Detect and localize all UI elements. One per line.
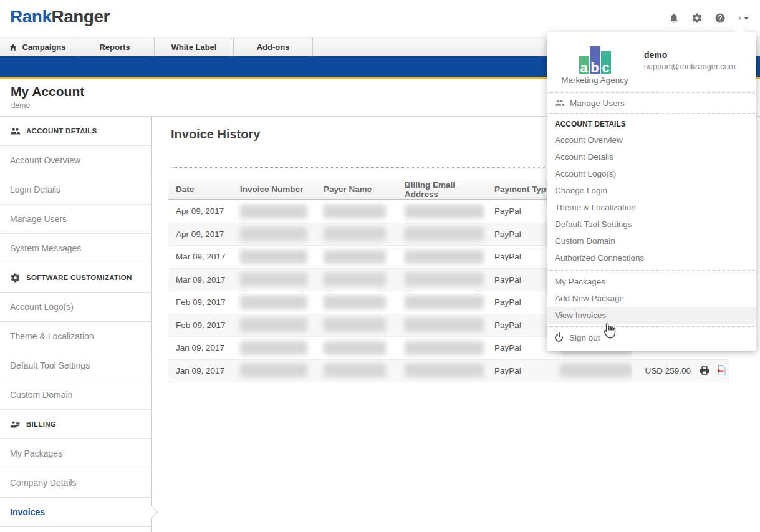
tab-campaigns[interactable]: Campaigns [0,38,75,56]
redacted-value [324,364,386,377]
pdf-icon[interactable] [715,365,727,377]
menu-item-sign-out[interactable]: Sign out [547,327,756,348]
menu-item-change-login[interactable]: Change Login [547,182,756,199]
printer-icon[interactable] [698,365,710,377]
home-icon [9,43,17,52]
dropdown-notch [734,26,746,32]
tab-reports[interactable]: Reports [75,38,155,56]
cell-billing-email [397,314,487,337]
sidebar-item-default-tool-settings[interactable]: Default Tool Settings [0,351,151,380]
sidebar-item-theme-localization[interactable]: Theme & Localization [0,322,151,351]
logo-part-ranger: Ranger [51,7,109,26]
menu-item-account-logos[interactable]: Account Logo(s) [547,165,756,182]
sidebar-item-label: Default Tool Settings [10,360,90,370]
sidebar-item-label: Account Overview [10,155,80,165]
redacted-value [324,250,386,264]
redacted-value [240,296,307,309]
sidebar-item-my-packages[interactable]: My Packages [0,439,151,468]
tab-add-ons[interactable]: Add-ons [234,38,313,56]
users-icon [10,126,21,137]
sidebar-item-invoices[interactable]: Invoices [0,498,151,527]
cell-billing-email [397,223,487,246]
cell-payment-type: PayPal [487,223,552,246]
redacted-value [324,205,386,218]
bell-icon[interactable] [668,12,680,24]
menu-item-my-packages[interactable]: My Packages [547,273,756,290]
cell-payer-name [316,337,397,359]
page-title: My Account [11,84,84,99]
redacted-value [405,205,484,218]
redacted-value [240,318,307,332]
cell-billing-email [397,291,487,314]
account-email: support@rankranger.com [644,62,736,71]
top-icon-group [668,12,749,24]
menu-item-theme-localization[interactable]: Theme & Localization [547,199,756,216]
user-dropdown-menu: a b c Marketing Agency demo support@rank… [547,32,756,351]
redacted-value [324,296,386,309]
cell-date: Apr 09, 2017 [168,200,233,223]
dropdown-packages-group: My Packages Add New Package View Invoice… [547,270,756,326]
sidebar-item-label: My Packages [10,448,62,458]
menu-item-add-new-package[interactable]: Add New Package [547,290,756,307]
gear-icon[interactable] [691,12,703,24]
tab-label: Campaigns [22,42,65,52]
redacted-value [560,364,632,377]
menu-item-custom-domain[interactable]: Custom Domain [547,233,756,249]
redacted-value [324,318,386,332]
logo-part-rank: Rank [10,7,51,26]
menu-item-default-tool-settings[interactable]: Default Tool Settings [547,216,756,233]
redacted-value [240,341,307,355]
sidebar-item-label: System Messages [10,243,81,253]
redacted-value [324,227,386,241]
cell-payment-type: PayPal [487,314,552,337]
cell-billing-email [397,337,487,359]
cell-date: Feb 09, 2017 [168,291,233,314]
cell-billing-email [397,246,487,268]
col-header-payment-type[interactable]: Payment Type [487,180,552,199]
col-header-date[interactable]: Date [168,180,233,199]
sidebar-item-system-messages[interactable]: System Messages [0,234,151,263]
cell-payer-name [316,223,397,246]
sidebar-item-account-overview[interactable]: Account Overview [0,146,151,175]
sidebar-item-manage-users[interactable]: Manage Users [0,205,151,234]
col-header-invoice-number[interactable]: Invoice Number [233,180,316,199]
sidebar-item-label: Login Details [10,185,60,195]
cell-payment-type: PayPal [487,291,552,314]
menu-item-manage-users[interactable]: Manage Users [547,93,756,113]
cell-date: Jan 09, 2017 [168,337,233,359]
redacted-value [240,273,307,286]
sidebar-item-company-details[interactable]: Company Details [0,468,151,498]
sidebar-section-label: BILLING [26,420,56,428]
cell-billing-email [397,269,487,291]
top-bar: RankRanger [0,0,760,37]
cell-payment-type: PayPal [487,337,552,359]
sidebar-item-account-logos[interactable]: Account Logo(s) [0,293,151,322]
cell-date: Jan 09, 2017 [168,360,233,382]
sidebar-section-account-details: ACCOUNT DETAILS [0,117,151,146]
redacted-value [405,341,484,355]
col-header-payer-name[interactable]: Payer Name [316,180,397,199]
help-icon[interactable] [714,12,726,24]
menu-item-view-invoices[interactable]: View Invoices [547,307,756,324]
dropdown-account-block: a b c Marketing Agency demo support@rank… [547,32,756,92]
rankranger-logo[interactable]: RankRanger [10,7,110,27]
menu-item-account-details[interactable]: Account Details [547,148,756,165]
tab-label: White Label [171,42,217,52]
sidebar-item-custom-domain[interactable]: Custom Domain [0,380,151,410]
tab-label: Add-ons [257,42,290,52]
menu-item-label: Sign out [569,333,600,342]
tab-label: Reports [99,42,130,52]
sidebar-item-label: Theme & Localization [10,331,94,341]
col-header-billing-email[interactable]: Billing Email Address [397,180,487,199]
menu-item-authorized-connections[interactable]: Authorized Connections [547,249,756,266]
menu-item-account-overview[interactable]: Account Overview [547,132,756,148]
user-menu-icon[interactable] [738,12,749,24]
redacted-value [324,273,386,286]
account-identity: demo support@rankranger.com [644,45,736,85]
sidebar-item-login-details[interactable]: Login Details [0,175,151,205]
cell-invoice-number [233,200,316,223]
redacted-value [405,364,484,377]
sidebar-section-billing: BILLING [0,410,151,439]
tab-white-label[interactable]: White Label [155,38,234,56]
sidebar-item-label: Invoices [10,507,45,517]
